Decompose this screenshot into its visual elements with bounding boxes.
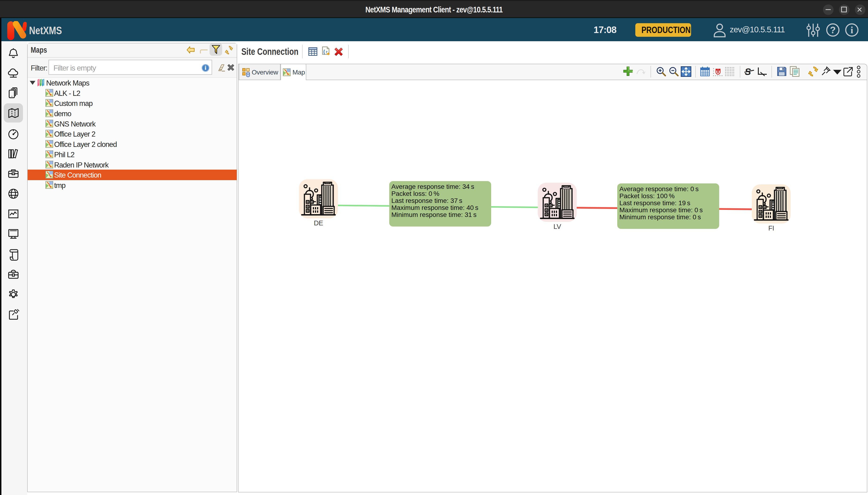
svg-text:i: i: [850, 24, 853, 35]
svg-text:?: ?: [830, 25, 836, 35]
